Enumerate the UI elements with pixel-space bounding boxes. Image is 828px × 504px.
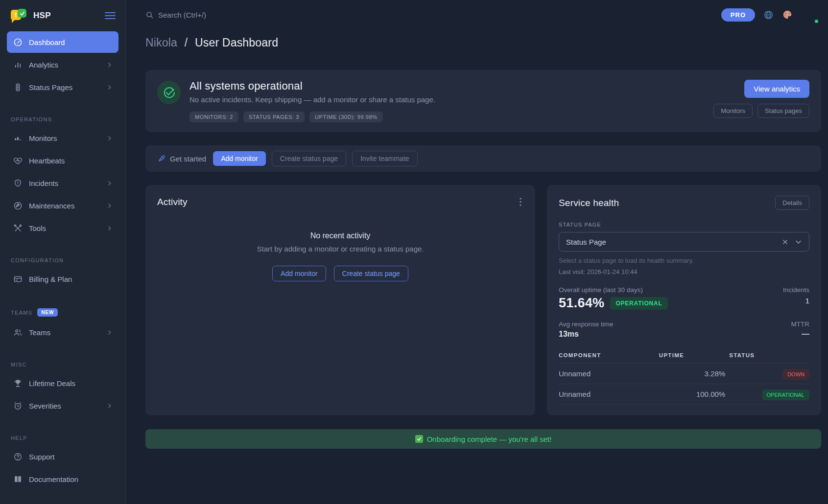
check-circle-icon <box>157 81 181 104</box>
invite-teammate-button[interactable]: Invite teammate <box>352 151 418 166</box>
sidebar-item-label: Tools <box>29 224 100 232</box>
rocket-icon <box>157 155 166 163</box>
sidebar-item-monitors[interactable]: Monitors <box>7 127 118 149</box>
sidebar-item-label: Severities <box>29 402 100 410</box>
breadcrumb-current: User Dashboard <box>195 36 278 49</box>
mttr-label: MTTR <box>791 321 810 328</box>
sidebar-item-maintenances[interactable]: Maintenances <box>7 195 118 216</box>
sidebar-item-support[interactable]: Support <box>7 446 118 467</box>
people-icon <box>13 328 23 337</box>
topbar: Search (Ctrl+/) PRO <box>126 0 828 29</box>
clear-icon[interactable] <box>782 239 788 245</box>
chevron-right-icon <box>106 225 113 231</box>
sidebar-item-severities[interactable]: Severities <box>7 395 118 416</box>
sidebar-item-label: Analytics <box>29 61 100 69</box>
breadcrumb-separator: / <box>185 36 188 49</box>
details-button[interactable]: Details <box>775 196 809 210</box>
chevron-right-icon <box>106 62 113 68</box>
topbar-actions: PRO <box>721 6 819 23</box>
sidebar-header: ! HSP <box>7 0 118 31</box>
monitors-count-badge: MONITORS: 2 <box>189 112 238 122</box>
online-status-dot <box>814 19 819 24</box>
uptime-badge: UPTIME (30D): 99.98% <box>309 112 383 122</box>
monitors-bars-icon <box>13 134 23 143</box>
hero-title: All systems operational <box>189 80 705 92</box>
traffic-light-icon <box>13 83 23 92</box>
select-helper-text: Select a status page to load its health … <box>559 257 809 264</box>
activity-card: Activity No recent activity Start by add… <box>145 185 535 415</box>
table-row: Unnamed 100.00% OPERATIONAL <box>559 384 809 405</box>
theme-palette-icon[interactable] <box>782 9 793 20</box>
sidebar: ! HSP Dashboard Analytics Stat <box>0 0 126 504</box>
get-started-label: Get started <box>170 155 206 163</box>
sidebar-item-dashboard[interactable]: Dashboard <box>7 31 118 53</box>
empty-state-subtitle: Start by adding a monitor or creating a … <box>145 245 535 253</box>
sidebar-item-analytics[interactable]: Analytics <box>7 54 118 75</box>
status-page-select-label: STATUS PAGE <box>559 222 809 228</box>
sidebar-item-label: Documentation <box>29 475 113 483</box>
status-pages-button[interactable]: Status pages <box>757 104 809 118</box>
new-badge: NEW <box>37 308 58 317</box>
components-table: COMPONENT UPTIME STATUS Unnamed 3.28% DO… <box>559 348 809 405</box>
chevron-right-icon <box>106 135 113 141</box>
table-row: Unnamed 3.28% DOWN <box>559 364 809 384</box>
chevron-right-icon <box>106 180 113 186</box>
empty-add-monitor-button[interactable]: Add monitor <box>272 266 326 281</box>
breadcrumb-parent[interactable]: Nikola <box>145 36 177 49</box>
chevron-right-icon <box>106 329 113 336</box>
speedometer-icon <box>13 38 23 47</box>
status-pages-count-badge: STATUS PAGES: 3 <box>243 112 305 122</box>
shield-alert-icon <box>13 179 23 188</box>
monitors-button[interactable]: Monitors <box>713 104 753 118</box>
search-input[interactable]: Search (Ctrl+/) <box>145 11 206 19</box>
incidents-stat-label: Incidents <box>783 286 809 294</box>
status-page-select[interactable]: Status Page <box>559 232 809 252</box>
column-header-uptime: UPTIME <box>659 348 729 364</box>
status-page-select-value: Status Page <box>566 238 782 246</box>
uptime-stat-value: 51.64% <box>559 296 604 311</box>
component-uptime: 100.00% <box>659 384 729 405</box>
status-hero-card: All systems operational No active incide… <box>145 70 821 132</box>
book-icon <box>13 475 23 484</box>
create-status-page-button[interactable]: Create status page <box>272 151 346 166</box>
menu-toggle-icon[interactable] <box>105 10 116 21</box>
sidebar-item-heartbeats[interactable]: Heartbeats <box>7 150 118 171</box>
view-analytics-button[interactable]: View analytics <box>744 80 809 98</box>
sidebar-section-help: HELP <box>7 431 118 446</box>
chevron-right-icon <box>106 403 113 409</box>
sidebar-item-billing[interactable]: TEAMS Billing & Plan <box>7 268 118 290</box>
language-globe-icon[interactable] <box>763 10 774 20</box>
pro-badge[interactable]: PRO <box>721 8 755 22</box>
tools-icon <box>13 224 23 233</box>
sidebar-section-misc: MISC <box>7 358 118 372</box>
chevron-right-icon <box>106 203 113 209</box>
get-started-bar: Get started Add monitor Create status pa… <box>145 145 821 172</box>
sidebar-section-configuration: CONFIGURATION <box>7 253 118 268</box>
kebab-menu-icon[interactable] <box>518 196 523 208</box>
sidebar-section-teams: TEAMS NEW <box>7 304 118 321</box>
brand-name: HSP <box>33 11 99 21</box>
sidebar-item-label: Dashboard <box>29 38 113 46</box>
empty-create-status-page-button[interactable]: Create status page <box>334 266 408 281</box>
sidebar-item-documentation[interactable]: Documentation <box>7 468 118 490</box>
user-avatar[interactable] <box>801 6 819 23</box>
sidebar-item-tools[interactable]: Tools <box>7 217 118 239</box>
alarm-clock-icon <box>13 401 23 411</box>
sidebar-item-label: Maintenances <box>29 202 100 210</box>
column-header-component: COMPONENT <box>559 348 659 364</box>
sidebar-item-incidents[interactable]: Incidents <box>7 172 118 194</box>
avg-response-value: 13ms <box>559 330 614 339</box>
activity-title: Activity <box>157 197 188 207</box>
sidebar-item-status-pages[interactable]: Status Pages <box>7 76 118 98</box>
sidebar-item-label: Billing & Plan <box>29 275 113 283</box>
credit-card-icon <box>13 275 23 284</box>
sidebar-item-label: Support <box>29 453 113 461</box>
service-health-card: Service health Details STATUS PAGE Statu… <box>547 185 821 415</box>
sidebar-item-lifetime-deals[interactable]: Lifetime Deals <box>7 372 118 394</box>
sidebar-item-teams[interactable]: Teams <box>7 321 118 343</box>
add-monitor-button[interactable]: Add monitor <box>213 151 265 166</box>
chevron-down-icon[interactable] <box>795 238 802 246</box>
hero-badges: MONITORS: 2 STATUS PAGES: 3 UPTIME (30D)… <box>189 112 705 122</box>
sidebar-item-label: Monitors <box>29 134 100 142</box>
sidebar-item-label: Lifetime Deals <box>29 379 113 388</box>
